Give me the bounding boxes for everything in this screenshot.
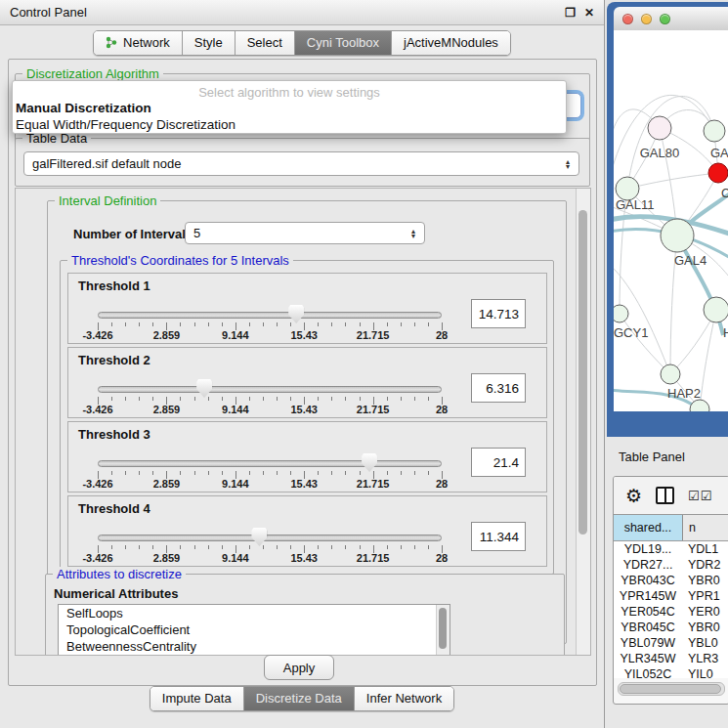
discretization-algorithm-group-title: Discretization Algorithm [22,66,163,81]
tick-mark [414,545,415,549]
threshold-value-field[interactable]: 6.316 [471,373,526,403]
axis-tick-label: -3.426 [82,404,112,415]
stepper-arrows-icon: ▴▾ [560,159,578,169]
settings-scrollbar-thumb[interactable] [578,210,587,535]
slider-track[interactable] [98,535,442,541]
cell-name: YPR1 [682,589,728,603]
cell-shared-name: YPR145W [614,589,682,603]
checkbox-icons[interactable]: ☑☑ [688,490,712,502]
gear-icon[interactable]: ⚙ [625,487,642,505]
threshold-value-field[interactable]: 21.4 [471,448,526,477]
tab-impute-data[interactable]: Impute Data [150,687,244,710]
table-horizontal-scrollbar-thumb[interactable] [620,684,721,694]
slider-thumb[interactable] [196,379,212,398]
attribute-item[interactable]: BetweennessCentrality [59,638,450,655]
tab-network[interactable]: Network [94,31,183,55]
attributes-group: Attributes to discretize Numerical Attri… [45,574,565,656]
slider-thumb[interactable] [288,305,304,323]
top-tab-bar: NetworkStyleSelectCyni ToolboxjActiveMNo… [0,30,604,56]
close-traffic-light-icon[interactable] [622,14,633,24]
axis-tick-label: 9.144 [222,404,249,415]
axis-tick-label: 2.859 [153,552,181,564]
slider-track[interactable] [98,460,442,467]
tab-select[interactable]: Select [236,31,295,55]
network-node[interactable] [614,305,628,322]
table-row[interactable]: YDR27...YDR2 [614,557,728,573]
slider-thumb[interactable] [251,528,267,546]
network-edge[interactable] [620,314,670,374]
tick-mark [194,471,195,475]
attributes-scrollbar-thumb[interactable] [439,608,447,649]
tick-mark [194,322,195,326]
tab-cyni-toolbox[interactable]: Cyni Toolbox [295,31,392,55]
network-icon [106,36,118,49]
cell-shared-name: YDL19... [614,542,682,556]
network-node[interactable] [661,364,680,384]
tick-mark [345,397,346,401]
tick-mark [111,545,112,549]
attribute-item[interactable]: SelfLoops [59,605,450,621]
table-row[interactable]: YPR145WYPR1 [614,588,728,604]
split-columns-icon[interactable] [656,487,674,504]
tick-mark [152,545,153,549]
column-header-name[interactable]: n [683,515,728,540]
column-header-shared-name[interactable]: shared... [614,515,683,540]
axis-tick-label: 9.144 [222,329,249,341]
table-row[interactable]: YER054CYER0 [614,604,728,620]
network-node[interactable] [690,400,709,411]
algorithm-option-manual-discretization[interactable]: Manual Discretization [13,100,566,116]
table-data-combobox[interactable]: galFiltered.sif default node ▴▾ [23,151,579,176]
tab-infer-network[interactable]: Infer Network [355,687,453,710]
close-window-icon[interactable]: ✕ [584,7,594,19]
apply-button[interactable]: Apply [264,655,334,680]
network-node[interactable] [661,219,694,252]
tick-mark [360,471,361,475]
tick-mark [401,471,402,475]
number-of-intervals-combobox[interactable]: 5 ▴▾ [185,222,425,244]
threshold-value-field[interactable]: 11.344 [471,522,526,551]
settings-scroll-area: Interval Definition Number of Intervals … [15,188,591,656]
tick-mark [401,545,402,549]
table-horizontal-scrollbar[interactable] [618,682,725,696]
minimize-traffic-light-icon[interactable] [641,14,652,24]
tick-mark [249,545,250,549]
network-edge[interactable] [627,173,718,189]
tick-mark [111,471,112,475]
tick-mark [222,545,223,549]
slider-track[interactable] [98,312,442,319]
network-node[interactable] [648,116,671,140]
network-canvas[interactable]: GAL80GACGAL11GAL4GCY1HHAP2 [614,30,728,411]
threshold-value-field[interactable]: 14.713 [471,299,526,328]
table-row[interactable]: YLR345WYLR3 [614,651,728,666]
attributes-scrollbar[interactable] [436,605,450,656]
table-row[interactable]: YBR045CYBR0 [614,620,728,635]
network-node[interactable] [704,297,728,322]
network-node[interactable] [708,163,728,183]
tick-mark [152,397,153,401]
table-rows: YDL19...YDL1YDR27...YDR2YBR043CYBR0YPR14… [614,541,728,678]
tick-mark [139,397,140,401]
number-of-intervals-value: 5 [186,226,406,240]
tick-mark [208,471,209,475]
network-node[interactable] [704,120,725,142]
slider-track[interactable] [98,386,442,393]
table-row[interactable]: YBL079WYBL0 [614,635,728,651]
table-row[interactable]: YIL052CYIL0 [614,666,728,678]
cell-name: YDL1 [682,542,728,556]
settings-scrollbar[interactable] [576,189,590,655]
tab-style[interactable]: Style [183,31,236,55]
attribute-item[interactable]: TopologicalCoefficient [59,621,450,638]
table-row[interactable]: YDL19...YDL1 [614,541,728,557]
axis-tick-label: 21.715 [357,478,390,490]
slider-thumb[interactable] [362,453,377,472]
tick-mark [318,322,319,326]
threshold-label: Threshold 4 [78,501,150,516]
tick-mark [318,471,319,475]
numerical-attributes-list[interactable]: SelfLoopsTopologicalCoefficientBetweenne… [58,604,450,656]
float-window-icon[interactable]: ❐ [565,7,576,19]
algorithm-option-equal-width-frequency-discretization[interactable]: Equal Width/Frequency Discretization [13,116,566,133]
tab-jactivemnodules[interactable]: jActiveMNodules [392,31,510,55]
tab-discretize-data[interactable]: Discretize Data [244,687,355,710]
table-row[interactable]: YBR043CYBR0 [614,573,728,588]
zoom-traffic-light-icon[interactable] [660,14,670,24]
